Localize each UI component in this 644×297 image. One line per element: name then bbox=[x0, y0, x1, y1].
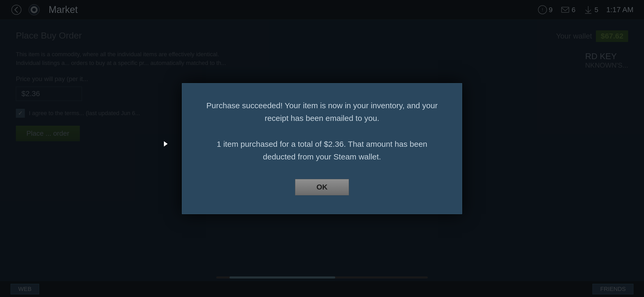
dialog-ok-container: OK bbox=[203, 179, 441, 195]
dialog-success-text: Purchase succeeded! Your item is now in … bbox=[203, 99, 441, 125]
modal-overlay: Purchase succeeded! Your item is now in … bbox=[0, 0, 644, 297]
dialog-purchase-text: 1 item purchased for a total of $2.36. T… bbox=[203, 138, 441, 163]
dialog-ok-button[interactable]: OK bbox=[295, 179, 349, 195]
dialog-box: Purchase succeeded! Your item is now in … bbox=[182, 83, 462, 214]
cursor-pointer bbox=[164, 141, 168, 147]
